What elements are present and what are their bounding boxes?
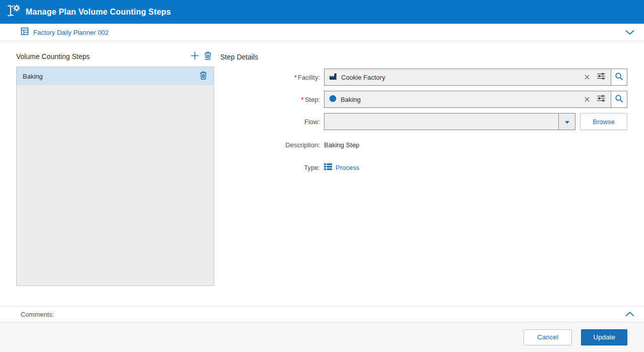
type-text: Process [336,164,359,171]
flow-input[interactable] [324,113,575,130]
caret-down-icon [565,117,569,126]
delete-item-button[interactable] [197,70,210,83]
step-item-label: Baking [23,73,197,80]
app-window: Manage Plan Volume Counting Steps Factor… [0,0,644,352]
search-icon [615,94,623,105]
process-list-icon [324,163,332,172]
footer-bar: Cancel Update [0,322,644,352]
close-icon [585,73,590,82]
trash-icon [200,71,207,81]
steps-panel-title: Volume Counting Steps [16,52,188,61]
facility-filter-button[interactable] [596,71,606,83]
chevron-down-icon [625,28,634,37]
step-details-title: Step Details [220,53,258,61]
required-asterisk: * [294,74,297,81]
required-asterisk: * [301,96,304,103]
type-row: Type: Process [220,163,627,172]
step-filter-button[interactable] [596,93,606,105]
title-bar: Manage Plan Volume Counting Steps [0,0,644,24]
description-row: Description: Baking Step [220,141,627,149]
step-clear-button[interactable] [582,93,592,105]
step-search-button[interactable] [611,91,627,108]
plus-icon [190,51,200,63]
collapse-comments-button[interactable] [624,308,636,320]
flow-row: Flow: Browse [220,113,627,130]
flow-dropdown-button[interactable] [558,113,575,130]
comments-bar: Comments: [0,306,644,322]
browse-button[interactable]: Browse [580,113,627,130]
type-label: Type: [220,164,324,171]
steps-panel-header: Volume Counting Steps [16,49,214,64]
sliders-icon [597,95,605,104]
delete-step-button[interactable] [201,50,214,63]
add-step-button[interactable] [188,50,201,63]
list-item[interactable]: Baking [17,67,214,85]
type-value-link[interactable]: Process [324,163,359,172]
close-icon [585,95,590,104]
step-row: *Step: Baking [220,91,627,108]
steps-list: Baking [16,67,214,286]
step-input[interactable]: Baking [324,91,611,108]
step-value: Baking [341,96,578,103]
facility-row: *Facility: Cookie Factory [220,69,627,86]
facility-search-button[interactable] [611,69,627,86]
chevron-up-icon [625,310,634,319]
step-details-form: *Facility: Cookie Factory [220,69,627,172]
manage-steps-icon [7,4,20,20]
planner-bar: Factory Daily Planner 002 [0,24,644,41]
factory-icon [329,73,337,82]
search-icon [615,72,623,83]
update-button[interactable]: Update [581,329,627,345]
facility-value: Cookie Factory [341,74,578,81]
collapse-planner-button[interactable] [624,26,636,38]
sliders-icon [597,73,605,82]
facility-input[interactable]: Cookie Factory [324,69,611,86]
planner-name: Factory Daily Planner 002 [33,29,109,36]
flow-value [325,113,558,130]
step-label: *Step: [220,96,324,103]
description-label: Description: [220,141,324,149]
comments-label: Comments: [21,311,54,318]
step-circle-icon [329,95,337,104]
flow-label: Flow: [220,118,324,126]
facility-label: *Facility: [220,74,324,81]
facility-clear-button[interactable] [582,71,592,83]
page-title: Manage Plan Volume Counting Steps [26,8,171,17]
cancel-button[interactable]: Cancel [524,329,572,345]
planner-icon [21,27,29,37]
trash-icon [204,51,212,62]
description-value: Baking Step [324,141,359,149]
